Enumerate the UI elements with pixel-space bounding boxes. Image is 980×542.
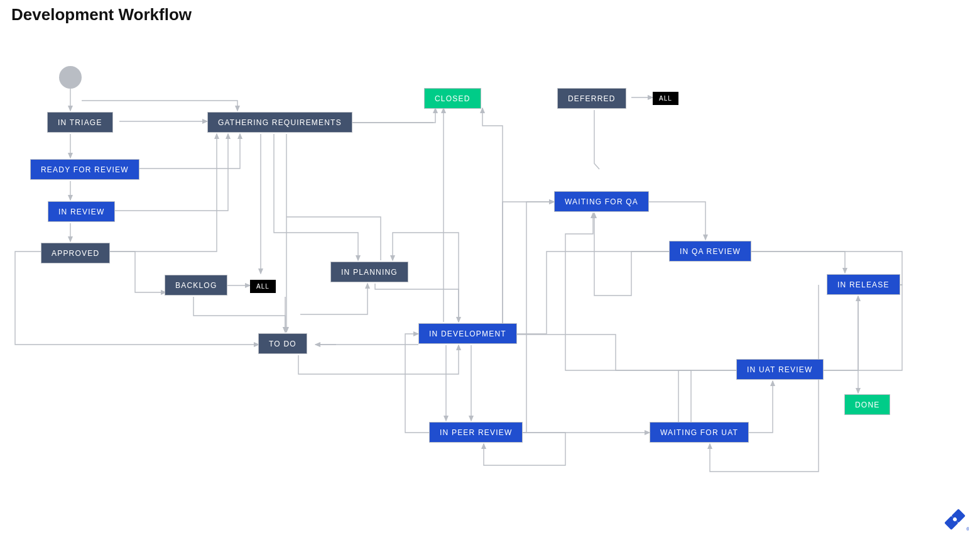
node-approved: APPROVED [41,243,110,263]
node-ready-review: READY FOR REVIEW [30,159,139,180]
node-in-triage: IN TRIAGE [47,112,113,133]
svg-text:®: ® [966,526,969,532]
workflow-diagram: Development Workflow IN TRIAGEREADY FOR … [0,0,980,542]
node-gathering: GATHERING REQUIREMENTS [207,112,352,133]
node-backlog: BACKLOG [165,275,227,296]
node-in-uat: IN UAT REVIEW [736,359,824,380]
node-in-qa: IN QA REVIEW [669,241,751,262]
edges-layer [0,0,980,542]
tag-all-backlog: ALL [250,280,276,293]
brand-logo: ® [941,506,969,536]
start-node [59,66,82,89]
node-closed: CLOSED [424,88,481,109]
node-in-planning: IN PLANNING [330,262,408,282]
node-in-release: IN RELEASE [827,274,900,295]
node-deferred: DEFERRED [557,88,626,109]
node-waiting-uat: WAITING FOR UAT [650,422,749,443]
tag-all-deferred: ALL [653,92,678,105]
node-in-peer: IN PEER REVIEW [429,422,523,443]
node-done: DONE [844,394,890,415]
node-in-review: IN REVIEW [48,201,115,222]
node-in-dev: IN DEVELOPMENT [418,323,517,344]
node-waiting-qa: WAITING FOR QA [554,191,649,212]
page-title: Development Workflow [11,5,192,25]
node-to-do: TO DO [258,333,307,354]
